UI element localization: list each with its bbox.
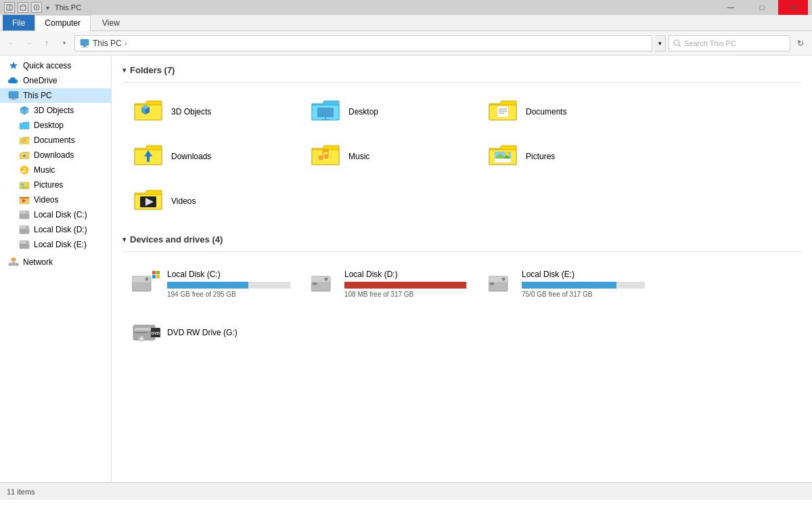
- svg-rect-86: [135, 332, 148, 333]
- drive-bar-bg-c: [167, 282, 290, 289]
- sidebar-label-local-disk-e: Local Disk (E:): [34, 240, 87, 249]
- svg-rect-5: [81, 39, 89, 45]
- drives-section-header[interactable]: ▾ Devices and drives (4): [122, 234, 801, 245]
- sidebar-item-network[interactable]: Network: [0, 255, 111, 270]
- folder-item-music[interactable]: Music: [300, 135, 476, 178]
- sidebar-item-desktop[interactable]: Desktop: [0, 118, 111, 133]
- svg-rect-20: [22, 141, 26, 142]
- drives-section-title: Devices and drives (4): [130, 234, 223, 245]
- drive-info-c: Local Disk (C:) 194 GB free of 295 GB: [167, 270, 290, 298]
- address-dropdown[interactable]: ▾: [655, 35, 666, 51]
- svg-line-9: [679, 45, 681, 47]
- svg-rect-11: [9, 91, 18, 98]
- folder-icon-3d-objects: [132, 96, 164, 128]
- drive-icon-d: [309, 270, 338, 298]
- drive-name-c: Local Disk (C:): [167, 270, 290, 279]
- star-icon: [8, 60, 19, 71]
- disk-d-icon: [19, 224, 30, 235]
- svg-line-48: [10, 262, 14, 263]
- search-icon: [673, 39, 681, 47]
- sidebar-item-local-disk-e[interactable]: Local Disk (E:): [0, 237, 111, 252]
- folder-icon-videos: [132, 185, 164, 217]
- folder-label-pictures: Pictures: [526, 152, 555, 161]
- search-input[interactable]: Search This PC: [669, 35, 790, 51]
- sidebar-label-videos: Videos: [34, 195, 58, 205]
- title-icon-properties[interactable]: [31, 2, 42, 13]
- maximize-btn[interactable]: □: [747, 0, 777, 15]
- cube-icon: [19, 105, 30, 116]
- drive-free-c: 194 GB free of 295 GB: [167, 291, 290, 298]
- svg-text:DVD: DVD: [152, 331, 160, 335]
- minimize-btn[interactable]: ─: [716, 0, 746, 15]
- folder-icon-music: [309, 140, 342, 173]
- drives-collapse-arrow: ▾: [122, 236, 126, 243]
- drive-item-e[interactable]: Local Disk (E:) 75/0 GB free of 317 GB: [478, 259, 654, 308]
- svg-rect-85: [135, 328, 154, 331]
- svg-rect-45: [12, 263, 15, 266]
- folder-item-documents[interactable]: Documents: [478, 90, 654, 133]
- title-icon-open[interactable]: [18, 2, 28, 13]
- folder-item-3d-objects[interactable]: 3D Objects: [123, 90, 299, 133]
- folders-collapse-arrow: ▾: [122, 66, 126, 74]
- tab-view[interactable]: View: [92, 15, 130, 30]
- address-path[interactable]: This PC ›: [74, 35, 652, 51]
- sidebar-item-documents[interactable]: Documents: [0, 133, 111, 148]
- folders-section-header[interactable]: ▾ Folders (7): [122, 65, 801, 75]
- tab-file[interactable]: File: [3, 15, 35, 30]
- sidebar-item-onedrive[interactable]: OneDrive: [0, 73, 111, 88]
- svg-line-49: [14, 262, 17, 263]
- sidebar-item-quick-access[interactable]: Quick access: [0, 58, 111, 73]
- documents-folder-icon: [19, 135, 30, 146]
- svg-point-27: [26, 183, 28, 185]
- sidebar-item-local-disk-c[interactable]: Local Disk (C:): [0, 207, 111, 222]
- disk-c-icon: [19, 209, 30, 220]
- status-text: 11 items: [7, 488, 35, 496]
- videos-icon: [19, 194, 30, 205]
- folder-icon-downloads: [132, 140, 164, 173]
- close-btn[interactable]: ✕: [778, 0, 808, 15]
- sidebar-label-local-disk-c: Local Disk (C:): [34, 210, 87, 219]
- svg-rect-43: [12, 258, 16, 261]
- sidebar-item-this-pc[interactable]: This PC: [0, 88, 111, 103]
- drive-item-d[interactable]: Local Disk (D:) 108 MB free of 317 GB: [300, 259, 476, 308]
- drive-item-g[interactable]: DVD DVD RW Drive (G:): [123, 310, 299, 358]
- nav-back-button[interactable]: ←: [4, 36, 19, 51]
- drive-item-c[interactable]: Local Disk (C:) 194 GB free of 295 GB: [123, 259, 299, 308]
- svg-rect-19: [22, 140, 26, 140]
- sidebar-item-local-disk-d[interactable]: Local Disk (D:): [0, 222, 111, 237]
- address-bar: ← → ↑ ▾ This PC › ▾ Search This PC ↻: [0, 31, 812, 56]
- drive-name-e: Local Disk (E:): [522, 270, 645, 279]
- window-title: This PC: [55, 3, 81, 12]
- folder-item-desktop[interactable]: Desktop: [300, 90, 476, 133]
- sidebar-item-music[interactable]: Music: [0, 163, 111, 177]
- nav-forward-button[interactable]: →: [22, 36, 37, 51]
- drive-name-d: Local Disk (D:): [344, 270, 468, 279]
- refresh-button[interactable]: ↻: [793, 36, 808, 51]
- sidebar-item-pictures[interactable]: Pictures: [0, 177, 111, 192]
- music-icon: [19, 165, 30, 175]
- svg-marker-10: [9, 62, 18, 69]
- folder-item-pictures[interactable]: Pictures: [478, 135, 654, 178]
- sidebar-item-videos[interactable]: Videos: [0, 192, 111, 207]
- svg-rect-25: [21, 184, 24, 186]
- title-bar: ▾ This PC ─ □ ✕: [0, 0, 812, 15]
- sidebar-item-3d-objects[interactable]: 3D Objects: [0, 103, 111, 118]
- nav-up-button[interactable]: ↑: [39, 36, 54, 51]
- title-icon-new[interactable]: [4, 2, 15, 13]
- recent-locations-button[interactable]: ▾: [57, 36, 72, 51]
- svg-rect-13: [11, 100, 16, 100]
- svg-rect-44: [9, 263, 12, 266]
- sidebar-item-downloads[interactable]: Downloads: [0, 148, 111, 163]
- drive-icon-g: DVD: [132, 320, 160, 348]
- svg-rect-73: [156, 271, 160, 274]
- folder-label-downloads: Downloads: [171, 152, 211, 161]
- folder-label-documents: Documents: [526, 107, 567, 117]
- drive-bar-e: [522, 282, 616, 289]
- svg-point-90: [141, 338, 143, 340]
- folder-item-downloads[interactable]: Downloads: [123, 135, 299, 178]
- folders-section-title: Folders (7): [130, 65, 175, 75]
- folder-item-videos[interactable]: Videos: [123, 179, 299, 223]
- svg-rect-17: [20, 123, 29, 129]
- tab-computer[interactable]: Computer: [35, 15, 91, 31]
- cloud-icon: [8, 75, 19, 86]
